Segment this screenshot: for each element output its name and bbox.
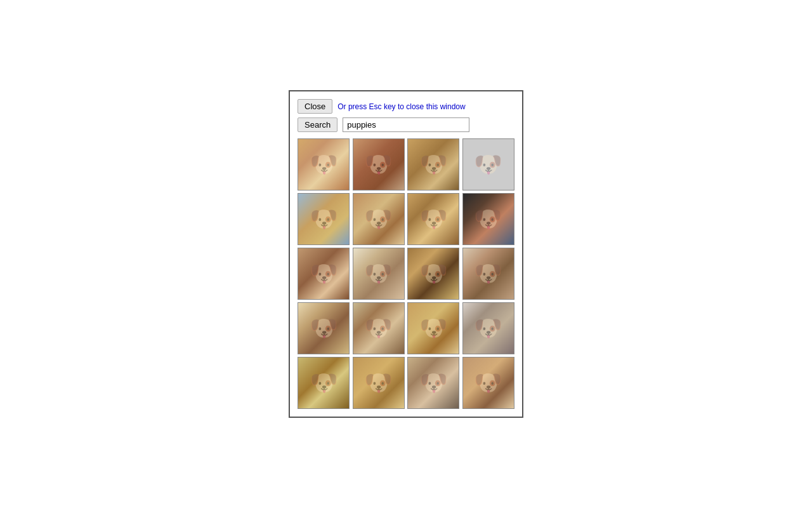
thumbnail-8[interactable] — [462, 193, 514, 245]
search-input[interactable] — [343, 117, 469, 132]
thumbnail-17[interactable] — [298, 357, 350, 409]
thumbnail-3[interactable] — [407, 138, 459, 190]
search-row: Search — [298, 117, 514, 132]
thumbnail-10[interactable] — [353, 248, 405, 300]
thumbnail-15[interactable] — [407, 302, 459, 354]
thumbnail-16[interactable] — [462, 302, 514, 354]
image-grid — [298, 138, 514, 409]
search-button[interactable]: Search — [298, 117, 337, 132]
thumbnail-6[interactable] — [353, 193, 405, 245]
thumbnail-5[interactable] — [298, 193, 350, 245]
thumbnail-2[interactable] — [353, 138, 405, 190]
thumbnail-7[interactable] — [407, 193, 459, 245]
thumbnail-14[interactable] — [353, 302, 405, 354]
thumbnail-1[interactable] — [298, 138, 350, 190]
image-search-dialog: Close Or press Esc key to close this win… — [289, 90, 523, 418]
thumbnail-9[interactable] — [298, 248, 350, 300]
thumbnail-20[interactable] — [462, 357, 514, 409]
thumbnail-4[interactable] — [462, 138, 514, 190]
thumbnail-11[interactable] — [407, 248, 459, 300]
thumbnail-12[interactable] — [462, 248, 514, 300]
toolbar-row: Close Or press Esc key to close this win… — [298, 99, 514, 114]
thumbnail-13[interactable] — [298, 302, 350, 354]
close-button[interactable]: Close — [298, 99, 332, 114]
esc-hint-text: Or press Esc key to close this window — [337, 102, 465, 111]
thumbnail-18[interactable] — [353, 357, 405, 409]
thumbnail-19[interactable] — [407, 357, 459, 409]
